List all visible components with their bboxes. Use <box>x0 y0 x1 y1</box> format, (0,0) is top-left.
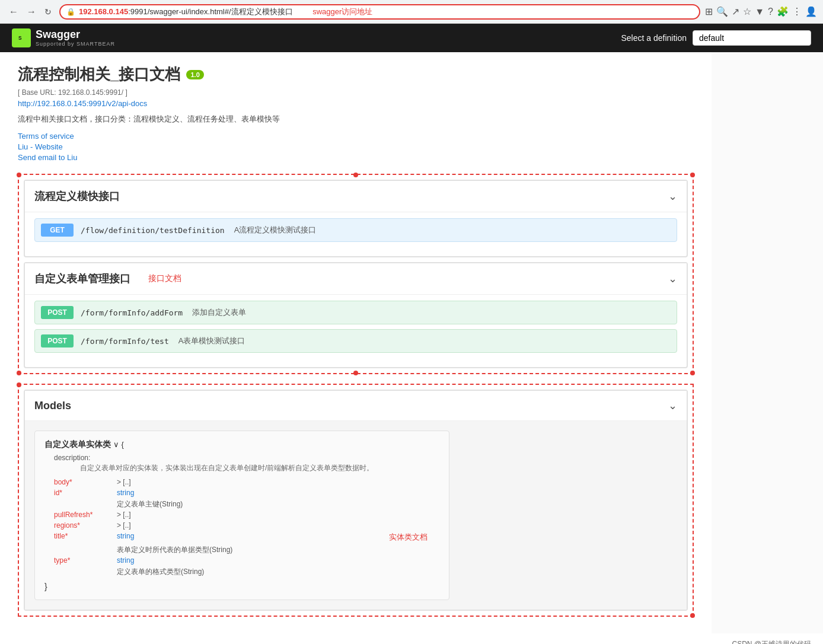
dot-br <box>690 371 695 375</box>
url-path: /swagger-ui/index.html#/流程定义模快接口 <box>148 7 293 16</box>
section-1: 流程定义模快接口 ⌄ GET /flow/definition/testDefi… <box>24 180 688 257</box>
field-expand-regions[interactable]: > [..] <box>117 521 131 530</box>
section-2-title: 自定义表单管理接口 <box>34 272 130 286</box>
extension-icon[interactable]: ▼ <box>755 7 764 17</box>
models-body: 自定义表单实体类 ∨ { description: 自定义表单对应的实体装，实体… <box>25 420 687 610</box>
models-chevron-icon: ⌄ <box>668 399 677 412</box>
endpoint-path-2: /form/formInfo/test <box>81 337 169 346</box>
api-title-row: 流程控制相关_接口文档 1.0 <box>18 64 694 85</box>
model-field-row: type* string <box>54 556 439 565</box>
bookmark-icon[interactable]: ☆ <box>743 6 751 17</box>
model-name: 自定义表单实体类 <box>44 439 111 449</box>
endpoint-desc-1: 添加自定义表单 <box>192 307 246 318</box>
model-field-row: pullRefresh* > [..] <box>54 511 439 519</box>
swagger-logo: S Swagger Supported by SMARTBEAR <box>12 28 115 47</box>
dot-tr <box>690 173 695 177</box>
puzzle-icon[interactable]: 🧩 <box>777 6 789 17</box>
field-desc-id: 定义表单主键(String) <box>117 499 439 509</box>
swagger-header: S Swagger Supported by SMARTBEAR Select … <box>0 24 823 52</box>
swagger-logo-text: Swagger <box>36 28 80 40</box>
api-description: 流程中相关接口文档，接口分类：流程模快定义、流程任务处理、表单模快等 <box>18 114 694 125</box>
api-docs-link[interactable]: http://192.168.0.145:9991/v2/api-docs <box>18 99 694 108</box>
api-title-text: 流程控制相关_接口文档 <box>18 64 180 85</box>
dot-br-m <box>690 613 695 618</box>
model-field-row: regions* > [..] <box>54 521 439 530</box>
section-2-header[interactable]: 自定义表单管理接口 接口文档 ⌄ <box>25 263 687 294</box>
section-1-title: 流程定义模快接口 <box>34 189 120 203</box>
field-name-regions: regions* <box>54 521 107 530</box>
field-desc-title: 表单定义时所代表的单据类型(String) <box>117 545 439 555</box>
definition-select-wrapper: Select a definition default <box>621 30 811 46</box>
share-icon[interactable]: ↗ <box>732 6 739 17</box>
version-badge: 1.0 <box>186 70 203 79</box>
address-bar-url: 192.168.0.145:9991/swagger-ui/index.html… <box>79 7 693 17</box>
screenshot-icon[interactable]: ⊞ <box>705 6 713 17</box>
model-name-row: 自定义表单实体类 ∨ { <box>44 439 439 450</box>
swagger-logo-text-wrapper: Swagger Supported by SMARTBEAR <box>36 29 115 47</box>
swagger-label: swagger访问地址 <box>312 7 372 16</box>
field-name-body: body* <box>54 478 107 486</box>
send-email-link[interactable]: Send email to Liu <box>18 153 694 162</box>
model-expand-toggle[interactable]: ∨ { <box>113 440 124 449</box>
section-1-chevron-icon: ⌄ <box>668 190 677 203</box>
endpoint-row[interactable]: POST /form/formInfo/test A表单模快测试接口 <box>34 329 677 353</box>
footer-text: CSDN @王维诗里的代码 <box>732 640 811 644</box>
model-fields: body* > [..] id* string 定义表单主键(String) p… <box>54 478 439 577</box>
terms-of-service-link[interactable]: Terms of service <box>18 132 694 141</box>
selection-box-models: Models ⌄ 自定义表单实体类 ∨ { description: 自定义表单… <box>18 384 694 617</box>
definition-dropdown[interactable]: default <box>693 30 811 46</box>
field-type-type: string <box>117 556 134 565</box>
url-port: :9991 <box>128 7 148 16</box>
endpoint-desc: A流程定义模快测试接口 <box>234 225 317 235</box>
section-2-chevron-icon: ⌄ <box>668 272 677 285</box>
menu-icon[interactable]: ⋮ <box>792 6 802 17</box>
address-bar[interactable]: 🔒 192.168.0.145:9991/swagger-ui/index.ht… <box>59 4 700 20</box>
dot-tl <box>17 173 21 177</box>
section-2-title-row: 自定义表单管理接口 接口文档 <box>34 272 181 286</box>
field-type-id: string <box>117 489 134 497</box>
profile-icon[interactable]: 👤 <box>805 6 817 17</box>
model-desc-label: description: <box>54 454 439 462</box>
endpoint-desc-2: A表单模快测试接口 <box>178 336 245 346</box>
section-1-header[interactable]: 流程定义模快接口 ⌄ <box>25 181 687 212</box>
models-header[interactable]: Models ⌄ <box>25 391 687 420</box>
back-button[interactable]: ← <box>6 5 21 18</box>
reload-button[interactable]: ↻ <box>42 5 55 18</box>
url-host: 192.168.0.145 <box>79 7 128 16</box>
field-type-title: string <box>117 532 134 540</box>
model-block: 自定义表单实体类 ∨ { description: 自定义表单对应的实体装，实体… <box>34 431 449 600</box>
endpoint-row[interactable]: POST /form/formInfo/addForm 添加自定义表单 <box>34 301 677 324</box>
model-field-row: title* string 实体类文档 <box>54 532 439 543</box>
endpoint-row[interactable]: GET /flow/definition/testDefinition A流程定… <box>34 218 677 242</box>
endpoint-path-1: /form/formInfo/addForm <box>81 308 183 317</box>
models-annotation: 实体类文档 <box>389 532 428 543</box>
model-close-brace: } <box>44 582 439 591</box>
section-2: 自定义表单管理接口 接口文档 ⌄ POST /form/formInfo/add… <box>24 262 688 368</box>
field-title-left: title* string <box>54 532 134 540</box>
model-desc-text: 自定义表单对应的实体装，实体装出现在自定义表单创建时/前端解析自定义表单类型数据… <box>80 463 439 473</box>
field-expand-body[interactable]: > [..] <box>117 478 131 486</box>
endpoint-path: /flow/definition/testDefinition <box>81 226 225 235</box>
models-title: Models <box>34 400 71 412</box>
section-2-body: POST /form/formInfo/addForm 添加自定义表单 POST… <box>25 294 687 367</box>
field-desc-type: 定义表单的格式类型(String) <box>117 567 439 577</box>
help-icon[interactable]: ? <box>768 7 773 17</box>
api-links: Terms of service Liu - Website Send emai… <box>18 132 694 162</box>
dot-bm <box>353 371 358 375</box>
field-name-type: type* <box>54 556 107 565</box>
field-name-title: title* <box>54 532 107 540</box>
base-url: [ Base URL: 192.168.0.145:9991/ ] <box>18 88 694 97</box>
nav-buttons: ← → ↻ <box>6 5 55 18</box>
dot-bl <box>17 371 21 375</box>
method-badge-get: GET <box>41 224 74 237</box>
field-expand-pullRefresh[interactable]: > [..] <box>117 511 131 519</box>
forward-button[interactable]: → <box>24 5 39 18</box>
field-name-id: id* <box>54 489 107 497</box>
browser-actions: ⊞ 🔍 ↗ ☆ ▼ ? 🧩 ⋮ 👤 <box>705 6 817 17</box>
swagger-logo-icon: S <box>12 28 31 47</box>
browser-chrome: ← → ↻ 🔒 192.168.0.145:9991/swagger-ui/in… <box>0 0 823 24</box>
liu-website-link[interactable]: Liu - Website <box>18 142 694 151</box>
method-badge-post-1: POST <box>41 306 74 319</box>
definition-label: Select a definition <box>621 33 687 43</box>
search-icon[interactable]: 🔍 <box>716 6 728 17</box>
